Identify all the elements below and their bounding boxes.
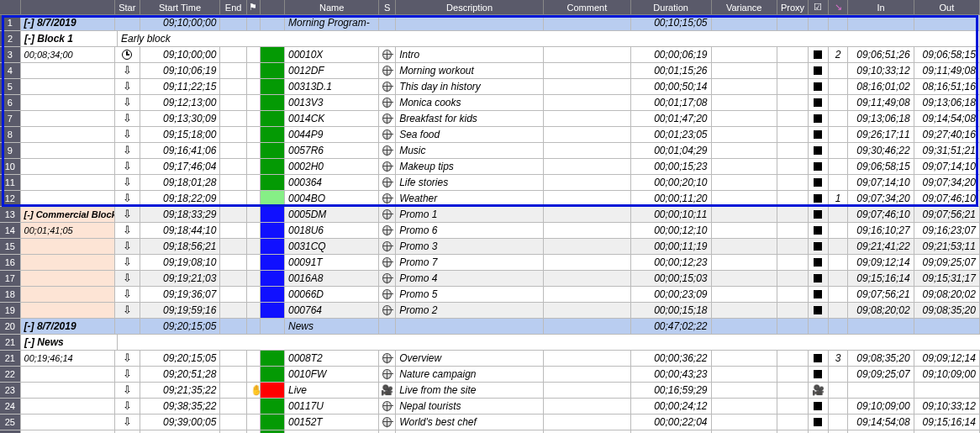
- out-point[interactable]: 09;14;54;08: [914, 111, 980, 126]
- start-mode[interactable]: ⇩: [115, 79, 140, 94]
- out-point[interactable]: 08;16;51;16: [914, 79, 980, 94]
- clip-name[interactable]: 0002H0: [285, 159, 379, 174]
- start-time[interactable]: 09;20;51;28: [140, 367, 221, 382]
- clip-name[interactable]: 000764: [285, 303, 379, 318]
- playlist-item-row[interactable]: 24⇩09;38;35;2200117UNepal tourists00;00;…: [0, 399, 980, 415]
- day-header-row[interactable]: 20[-] 8/7/201909;20;15;05News00;47;02;22: [0, 319, 980, 335]
- playlist-item-row[interactable]: 9⇩09;16;41;060057R6Music00;01;04;2909;30…: [0, 143, 980, 159]
- in-point[interactable]: 09;06;51;26: [848, 47, 914, 62]
- col-header[interactable]: Name: [285, 0, 379, 15]
- start-time[interactable]: 09;38;35;22: [140, 399, 221, 414]
- out-point[interactable]: [914, 383, 980, 398]
- start-mode[interactable]: ⇩: [115, 399, 140, 414]
- start-time[interactable]: 09;18;22;09: [140, 191, 221, 206]
- in-point[interactable]: 08;16;01;02: [848, 79, 914, 94]
- playlist-item-row[interactable]: 12⇩09;18;22;090004BOWeather00;00;11;2010…: [0, 191, 980, 207]
- playlist-item-row[interactable]: 300;08;34;0009;10;00;0000010XIntro00;00;…: [0, 47, 980, 63]
- playlist-item-row[interactable]: 2100;19;46;14⇩09;20;15;050008T2Overview0…: [0, 351, 980, 367]
- comment[interactable]: [544, 191, 631, 206]
- col-header[interactable]: End: [220, 0, 246, 15]
- clip-name[interactable]: 0014CK: [285, 111, 379, 126]
- description[interactable]: Monica cooks: [396, 95, 544, 110]
- start-time[interactable]: 09;17;46;04: [140, 159, 221, 174]
- description[interactable]: Promo 4: [396, 271, 544, 286]
- out-point[interactable]: 09;09;25;07: [914, 255, 980, 270]
- playlist-item-row[interactable]: 18⇩09;19;36;0700066DPromo 500;00;23;0909…: [0, 287, 980, 303]
- check-cell[interactable]: [809, 63, 829, 78]
- out-point[interactable]: 09;07;14;10: [914, 159, 980, 174]
- start-mode[interactable]: ⇩: [115, 143, 140, 158]
- description[interactable]: Nepal tourists: [396, 399, 544, 414]
- in-point[interactable]: 09;10;33;12: [848, 63, 914, 78]
- in-point[interactable]: 09;16;10;27: [848, 223, 914, 238]
- playlist-item-row[interactable]: 4⇩09;10;06;190012DFMorning workout00;01;…: [0, 63, 980, 79]
- start-mode[interactable]: ⇩: [115, 255, 140, 270]
- comment[interactable]: [544, 239, 631, 254]
- comment[interactable]: [544, 383, 631, 398]
- start-mode[interactable]: ⇩: [115, 191, 140, 206]
- start-mode[interactable]: ⇩: [115, 303, 140, 318]
- day-toggle[interactable]: [-] 8/7/2019: [21, 15, 115, 30]
- col-header[interactable]: S: [379, 0, 396, 15]
- comment[interactable]: [544, 143, 631, 158]
- in-point[interactable]: 09;11;49;08: [848, 95, 914, 110]
- in-point[interactable]: 09;08;20;02: [848, 303, 914, 318]
- check-cell[interactable]: [809, 255, 829, 270]
- start-mode[interactable]: ⇩: [115, 127, 140, 142]
- out-point[interactable]: 09;11;49;08: [914, 63, 980, 78]
- description[interactable]: Music: [396, 143, 544, 158]
- col-header[interactable]: [21, 0, 115, 15]
- check-cell[interactable]: [809, 111, 829, 126]
- description[interactable]: Life stories: [396, 175, 544, 190]
- clip-name[interactable]: 0013V3: [285, 95, 379, 110]
- playlist-item-row[interactable]: 11⇩09;18;01;28000364Life stories00;00;20…: [0, 175, 980, 191]
- description[interactable]: Intro: [396, 47, 544, 62]
- description[interactable]: Breakfast for kids: [396, 111, 544, 126]
- start-time[interactable]: 09;12;13;00: [140, 95, 221, 110]
- col-header[interactable]: Duration: [631, 0, 712, 15]
- block-toggle[interactable]: [-] News: [21, 335, 118, 350]
- start-mode[interactable]: ⇩: [115, 367, 140, 382]
- out-point[interactable]: 09;16;23;07: [914, 223, 980, 238]
- check-cell[interactable]: [809, 271, 829, 286]
- col-header[interactable]: Star: [115, 0, 140, 15]
- playlist-item-row[interactable]: 1400;01;41;05⇩09;18;44;100018U6Promo 600…: [0, 223, 980, 239]
- description[interactable]: Overview: [396, 351, 544, 366]
- playlist-item-row[interactable]: 8⇩09;15;18;000044P9Sea food00;01;23;0509…: [0, 127, 980, 143]
- out-point[interactable]: 09;10;33;12: [914, 399, 980, 414]
- block-header-row[interactable]: 21[-] News: [0, 335, 980, 351]
- start-mode[interactable]: ⇩: [115, 383, 140, 398]
- description[interactable]: Promo 7: [396, 255, 544, 270]
- comment[interactable]: [544, 127, 631, 142]
- start-time[interactable]: 09;10;00;00: [140, 47, 221, 62]
- comment[interactable]: [544, 415, 631, 430]
- start-time[interactable]: 09;18;33;29: [140, 207, 221, 222]
- start-mode[interactable]: ⇩: [115, 159, 140, 174]
- start-mode[interactable]: ⇩: [115, 95, 140, 110]
- playlist-item-row[interactable]: 10⇩09;17;46;040002H0Makeup tips00;00;15;…: [0, 159, 980, 175]
- clip-name[interactable]: 0018U6: [285, 223, 379, 238]
- in-point[interactable]: 09;21;41;22: [848, 239, 914, 254]
- playlist-item-row[interactable]: 15⇩09;18;56;210031CQPromo 300;00;11;1909…: [0, 239, 980, 255]
- playlist-item-row[interactable]: 5⇩09;11;22;1500313D.1This day in history…: [0, 79, 980, 95]
- in-point[interactable]: 09;08;35;20: [848, 351, 914, 366]
- comment[interactable]: [544, 175, 631, 190]
- day-toggle[interactable]: [-] 8/7/2019: [21, 319, 115, 334]
- check-cell[interactable]: [809, 95, 829, 110]
- clip-name[interactable]: 00010X: [285, 47, 379, 62]
- playlist-item-row[interactable]: 13[-] Commercial Block⇩09;18;33;290005DM…: [0, 207, 980, 223]
- col-header[interactable]: Description: [396, 0, 544, 15]
- col-header[interactable]: ⚑: [247, 0, 261, 15]
- description[interactable]: Promo 2: [396, 303, 544, 318]
- in-point[interactable]: 09;13;06;18: [848, 111, 914, 126]
- clip-name[interactable]: 0016A8: [285, 271, 379, 286]
- comment[interactable]: [544, 79, 631, 94]
- col-header[interactable]: [261, 0, 285, 15]
- comment[interactable]: [544, 255, 631, 270]
- in-point[interactable]: 09;15;16;14: [848, 271, 914, 286]
- start-time[interactable]: 09;19;08;10: [140, 255, 221, 270]
- playlist-item-row[interactable]: 6⇩09;12;13;000013V3Monica cooks00;01;17;…: [0, 95, 980, 111]
- in-point[interactable]: 09;26;17;11: [848, 127, 914, 142]
- start-mode[interactable]: ⇩: [115, 351, 140, 366]
- out-point[interactable]: 09;08;20;02: [914, 287, 980, 302]
